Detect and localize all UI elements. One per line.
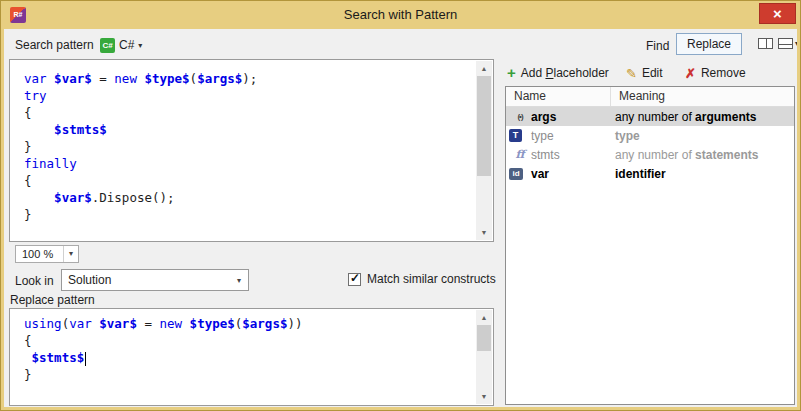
- find-tab[interactable]: Find: [646, 39, 669, 53]
- remove-label: Remove: [701, 66, 746, 80]
- chevron-down-icon: ▾: [795, 39, 797, 48]
- close-button[interactable]: ×: [759, 3, 796, 24]
- args-placeholder-icon: (•): [509, 112, 531, 121]
- remove-icon: ✗: [685, 66, 696, 81]
- scroll-down-icon[interactable]: ▼: [476, 389, 492, 404]
- type-placeholder-icon: T: [509, 129, 522, 142]
- placeholder-row-args[interactable]: (•)argsany number of arguments: [506, 107, 794, 126]
- replace-pattern-editor[interactable]: using(var $var$ = new $type$($args$)){ $…: [9, 308, 494, 406]
- layout-options-button[interactable]: ▾: [778, 38, 797, 49]
- add-icon: +: [507, 66, 516, 80]
- replace-editor-scrollbar[interactable]: ▲ ▼: [476, 310, 492, 404]
- scroll-up-icon[interactable]: ▲: [476, 61, 492, 76]
- code-line: try: [24, 87, 476, 104]
- chevron-down-icon: ▾: [63, 246, 78, 262]
- csharp-language-icon: C#: [100, 38, 115, 53]
- pencil-icon: ✎: [626, 66, 637, 81]
- scrollbar-thumb[interactable]: [477, 325, 491, 351]
- placeholder-name: var: [531, 167, 615, 181]
- stmts-placeholder-icon: ff: [509, 148, 531, 161]
- language-label: C#: [119, 38, 134, 52]
- code-line: $stmts$: [24, 121, 476, 138]
- zoom-value: 100 %: [16, 246, 63, 262]
- placeholder-meaning: any number of arguments: [615, 110, 794, 124]
- horizontal-split-icon: [778, 38, 793, 49]
- scroll-down-icon[interactable]: ▼: [476, 225, 492, 240]
- dialog-content: Search pattern C# C# ▾ Find Replace ▾ va…: [4, 29, 797, 407]
- replace-pattern-code[interactable]: using(var $var$ = new $type$($args$)){ $…: [10, 309, 476, 405]
- scroll-up-icon[interactable]: ▲: [476, 310, 492, 325]
- placeholder-name: stmts: [531, 148, 615, 162]
- vertical-split-icon: [758, 38, 773, 49]
- match-similar-label: Match similar constructs: [367, 272, 496, 286]
- placeholder-name: args: [531, 110, 615, 124]
- match-similar-checkbox[interactable]: ✓ Match similar constructs: [348, 272, 496, 286]
- placeholder-row-type[interactable]: Ttypetype: [506, 126, 794, 145]
- remove-placeholder-button[interactable]: ✗ Remove: [685, 63, 746, 83]
- look-in-combobox[interactable]: Solution ▾: [61, 269, 249, 291]
- search-pattern-code[interactable]: var $var$ = new $type$($args$);try{ $stm…: [10, 60, 476, 241]
- replace-pattern-label: Replace pattern: [10, 293, 95, 307]
- placeholder-table[interactable]: Name Meaning (•)argsany number of argume…: [505, 86, 795, 405]
- placeholder-rows: (•)argsany number of argumentsTtypetypef…: [506, 107, 794, 183]
- language-selector[interactable]: C# C# ▾: [100, 36, 142, 54]
- layout-vertical-button[interactable]: [758, 38, 773, 49]
- code-line: {: [24, 104, 476, 121]
- edit-label: Edit: [642, 66, 663, 80]
- search-with-pattern-dialog: R# Search with Pattern × Search pattern …: [0, 0, 801, 411]
- placeholder-row-var[interactable]: idvaridentifier: [506, 164, 794, 183]
- zoom-selector[interactable]: 100 % ▾: [15, 245, 79, 263]
- search-editor-scrollbar[interactable]: ▲ ▼: [476, 61, 492, 240]
- checkbox-checked-icon: ✓: [348, 273, 361, 286]
- chevron-down-icon: ▾: [230, 276, 248, 285]
- placeholder-meaning: any number of statements: [615, 148, 794, 162]
- scrollbar-thumb[interactable]: [477, 76, 491, 176]
- look-in-label: Look in: [15, 274, 54, 288]
- replace-tab[interactable]: Replace: [676, 33, 742, 55]
- code-line: {: [24, 172, 476, 189]
- var-placeholder-icon: id: [509, 168, 523, 180]
- search-pattern-editor[interactable]: var $var$ = new $type$($args$);try{ $stm…: [9, 59, 494, 242]
- edit-placeholder-button[interactable]: ✎ Edit: [626, 63, 663, 83]
- column-header-name[interactable]: Name: [506, 87, 611, 106]
- window-title: Search with Pattern: [1, 7, 800, 22]
- add-placeholder-button[interactable]: + Add Placeholder: [507, 63, 609, 83]
- code-line: }: [24, 138, 476, 155]
- code-line: {: [24, 332, 476, 349]
- search-pattern-label: Search pattern: [15, 38, 94, 52]
- code-line: finally: [24, 155, 476, 172]
- close-icon: ×: [773, 5, 782, 22]
- title-bar[interactable]: R# Search with Pattern ×: [1, 1, 800, 29]
- code-line: }: [24, 366, 476, 383]
- placeholder-meaning: identifier: [615, 167, 794, 181]
- code-line: using(var $var$ = new $type$($args$)): [24, 315, 476, 332]
- placeholder-meaning: type: [615, 129, 794, 143]
- look-in-value: Solution: [62, 273, 230, 287]
- code-line: }: [24, 206, 476, 223]
- code-line: $var$.Dispose();: [24, 189, 476, 206]
- code-line: var $var$ = new $type$($args$);: [24, 70, 476, 87]
- text-caret: [85, 352, 86, 366]
- column-header-meaning[interactable]: Meaning: [611, 87, 794, 106]
- add-placeholder-label: Add Placeholder: [521, 66, 609, 80]
- placeholder-name: type: [531, 129, 615, 143]
- table-header: Name Meaning: [506, 87, 794, 107]
- placeholder-row-stmts[interactable]: ffstmtsany number of statements: [506, 145, 794, 164]
- chevron-down-icon: ▾: [138, 41, 142, 50]
- code-line: $stmts$: [24, 349, 476, 366]
